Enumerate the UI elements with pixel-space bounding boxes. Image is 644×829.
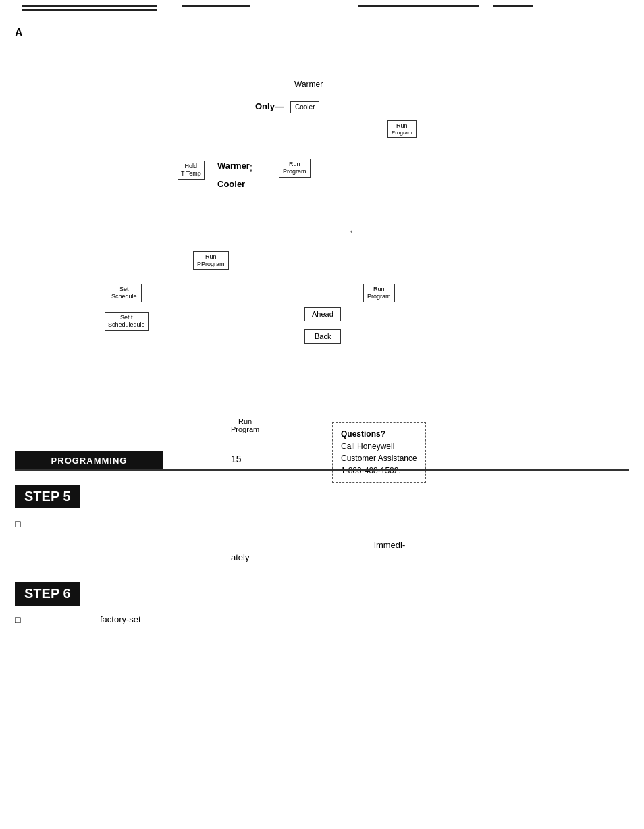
ahead-button[interactable]: Ahead	[304, 307, 341, 321]
step5-text-ately: ately	[231, 552, 249, 562]
step6-checkbox: □	[15, 614, 20, 625]
step6-label: STEP 6	[15, 582, 80, 606]
step5-text-immedi: immedi-	[374, 540, 405, 550]
warmer-label-mid: Warmer	[217, 161, 250, 171]
page: A Warmer Only— Cooler Run Program Hold T…	[0, 0, 644, 829]
header-line-3	[182, 5, 250, 7]
bottom-line	[15, 469, 629, 471]
back-button[interactable]: Back	[304, 329, 341, 344]
programming-bar: PROGRAMMING	[15, 451, 163, 471]
arrow-label: ←	[348, 226, 357, 236]
warmer-label-top: Warmer	[294, 80, 323, 89]
cooler-button-top[interactable]: Cooler	[290, 100, 319, 113]
only-label: Only—	[255, 101, 284, 111]
header-line-5	[493, 5, 533, 7]
run-program-button-mid[interactable]: Run Program	[279, 159, 311, 178]
step6-dash: _	[88, 614, 92, 624]
step5-checkbox: □	[15, 518, 20, 529]
run-program-bottom-label: Run Program	[231, 417, 259, 433]
step5-label: STEP 5	[15, 485, 80, 508]
hold-temp-button[interactable]: Hold T Temp	[178, 161, 205, 180]
page-number: 15	[231, 454, 242, 464]
header-line-2	[22, 9, 157, 11]
run-program-button-right[interactable]: Run Program	[363, 284, 395, 302]
header-line-1	[22, 5, 157, 7]
cooler-label-mid: Cooler	[217, 179, 245, 189]
set-schedule-button[interactable]: Set Schedule	[107, 284, 142, 302]
run-program-button-top-right[interactable]: Run Program	[387, 120, 417, 138]
semicolon: ;	[250, 162, 252, 173]
header-line-4	[358, 5, 479, 7]
label-a: A	[15, 27, 23, 39]
run-pprogram-button[interactable]: Run PProgram	[193, 251, 229, 270]
factory-set-text: factory-set	[100, 614, 141, 624]
set-t-schedule-button[interactable]: Set t Scheduledule	[105, 312, 149, 331]
questions-box: Questions? Call Honeywell Customer Assis…	[332, 422, 426, 483]
